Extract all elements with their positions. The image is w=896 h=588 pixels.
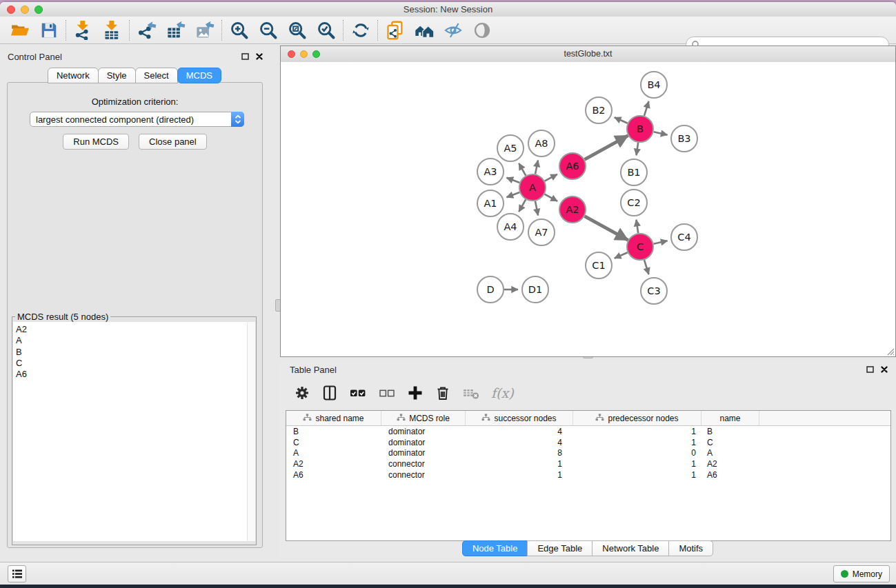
- zoom-in-button[interactable]: [225, 19, 254, 42]
- table-cell[interactable]: A2: [701, 459, 759, 469]
- zoom-selected-button[interactable]: [312, 19, 341, 42]
- close-panel-icon[interactable]: [255, 52, 264, 61]
- table-settings-button[interactable]: [294, 383, 310, 403]
- column-header-shared-name[interactable]: shared name: [286, 411, 381, 425]
- graph-node-D1[interactable]: D1: [522, 276, 548, 303]
- table-row[interactable]: A2connector11A2: [286, 458, 890, 469]
- graph-node-C4[interactable]: C4: [671, 224, 697, 250]
- table-cell[interactable]: A6: [286, 470, 381, 480]
- zoom-fit-button[interactable]: [283, 19, 312, 42]
- graph-node-B2[interactable]: B2: [586, 97, 612, 123]
- split-columns-button[interactable]: [321, 383, 338, 403]
- graph-node-C1[interactable]: C1: [586, 252, 612, 278]
- graph-node-A5[interactable]: A5: [497, 135, 524, 161]
- table-cell[interactable]: 4: [466, 438, 573, 447]
- mcds-list-scrollbar[interactable]: [247, 322, 255, 541]
- graph-node-C[interactable]: C: [627, 234, 653, 260]
- graph-node-A2[interactable]: A2: [559, 196, 586, 223]
- graph-node-A1[interactable]: A1: [477, 190, 504, 216]
- run-mcds-button[interactable]: Run MCDS: [63, 134, 129, 150]
- column-header-successor-nodes[interactable]: successor nodes: [466, 411, 573, 425]
- resize-grip-icon[interactable]: [885, 346, 895, 356]
- function-builder-button[interactable]: f(x): [491, 383, 514, 403]
- tab-network[interactable]: Network: [48, 68, 99, 83]
- table-cell[interactable]: 1: [466, 470, 573, 480]
- graph-node-B1[interactable]: B1: [621, 159, 647, 185]
- home-networks-button[interactable]: [410, 19, 439, 42]
- export-table-button[interactable]: [161, 19, 190, 42]
- table-cell[interactable]: connector: [381, 459, 466, 469]
- table-cell[interactable]: 1: [573, 438, 701, 447]
- add-column-button[interactable]: [407, 383, 424, 403]
- float-table-panel-icon[interactable]: [865, 365, 875, 374]
- table-cell[interactable]: A2: [286, 459, 381, 469]
- column-header-MCDS-role[interactable]: MCDS role: [381, 411, 466, 425]
- tab-select[interactable]: Select: [135, 68, 178, 83]
- table-cell[interactable]: dominator: [381, 427, 466, 436]
- show-details-button[interactable]: [468, 19, 497, 42]
- table-cell[interactable]: dominator: [381, 448, 466, 458]
- graph-node-A6[interactable]: A6: [559, 153, 586, 179]
- table-row[interactable]: Cdominator41C: [286, 437, 890, 448]
- table-row[interactable]: A6connector11A6: [286, 469, 890, 480]
- tab-mcds[interactable]: MCDS: [177, 68, 221, 83]
- float-panel-icon[interactable]: [240, 52, 250, 61]
- graph-node-A[interactable]: A: [519, 174, 546, 201]
- table-cell[interactable]: connector: [381, 470, 466, 480]
- table-cell[interactable]: 0: [573, 448, 701, 458]
- zoom-out-button[interactable]: [254, 19, 283, 42]
- column-header-predecessor-nodes[interactable]: predecessor nodes: [573, 411, 701, 425]
- delete-table-button[interactable]: [462, 383, 480, 403]
- graph-node-A8[interactable]: A8: [528, 130, 555, 156]
- mcds-result-item[interactable]: A: [16, 335, 247, 346]
- table-cell[interactable]: 1: [466, 459, 573, 469]
- tab-edge-table[interactable]: Edge Table: [527, 540, 593, 556]
- hide-details-button[interactable]: [439, 19, 468, 42]
- graph-node-A3[interactable]: A3: [477, 159, 504, 185]
- tab-node-table[interactable]: Node Table: [462, 540, 528, 556]
- table-cell[interactable]: 8: [466, 448, 573, 458]
- mcds-result-item[interactable]: A6: [16, 369, 247, 380]
- graph-node-A7[interactable]: A7: [528, 219, 555, 245]
- graph-node-A4[interactable]: A4: [497, 214, 524, 240]
- table-row[interactable]: Bdominator41B: [286, 426, 890, 437]
- table-cell[interactable]: A6: [701, 470, 759, 480]
- graph-node-C2[interactable]: C2: [621, 190, 647, 216]
- tab-style[interactable]: Style: [98, 68, 136, 83]
- table-cell[interactable]: C: [286, 438, 381, 447]
- graph-node-C3[interactable]: C3: [641, 278, 667, 304]
- table-cell[interactable]: 1: [573, 459, 701, 469]
- table-cell[interactable]: B: [286, 427, 381, 436]
- task-history-button[interactable]: [8, 565, 26, 582]
- import-table-button[interactable]: [98, 19, 127, 42]
- graph-node-B3[interactable]: B3: [671, 125, 697, 152]
- graph-node-B4[interactable]: B4: [641, 72, 667, 98]
- tab-network-table[interactable]: Network Table: [592, 540, 669, 556]
- network-canvas[interactable]: B4B2BB3A8A5A6A3B1AA1C2A2A4A7C4CC1C3DD1: [281, 62, 895, 356]
- table-cell[interactable]: dominator: [381, 438, 466, 447]
- table-cell[interactable]: A: [701, 448, 759, 458]
- table-cell[interactable]: B: [701, 427, 759, 436]
- table-cell[interactable]: C: [701, 438, 759, 447]
- close-table-panel-icon[interactable]: [879, 365, 889, 374]
- mcds-result-item[interactable]: B: [16, 347, 247, 358]
- deselect-all-button[interactable]: [378, 383, 396, 403]
- table-row[interactable]: Adominator80A: [286, 448, 890, 459]
- optimization-dropdown[interactable]: largest connected component (directed): [30, 112, 244, 127]
- refresh-button[interactable]: [346, 19, 375, 42]
- table-cell[interactable]: 4: [466, 427, 573, 436]
- table-cell[interactable]: A: [286, 448, 381, 458]
- tab-motifs[interactable]: Motifs: [668, 540, 713, 556]
- open-session-button[interactable]: [6, 19, 34, 42]
- table-cell[interactable]: 1: [573, 470, 701, 480]
- graph-node-D[interactable]: D: [477, 276, 504, 303]
- export-image-button[interactable]: [190, 19, 219, 42]
- table-cell[interactable]: 1: [573, 427, 701, 436]
- memory-button[interactable]: Memory: [833, 565, 890, 582]
- delete-column-button[interactable]: [435, 383, 451, 403]
- duplicate-network-button[interactable]: [381, 19, 410, 42]
- import-network-button[interactable]: [69, 19, 98, 42]
- close-panel-button[interactable]: Close panel: [139, 134, 207, 150]
- export-network-button[interactable]: [132, 19, 161, 42]
- save-session-button[interactable]: [34, 19, 63, 42]
